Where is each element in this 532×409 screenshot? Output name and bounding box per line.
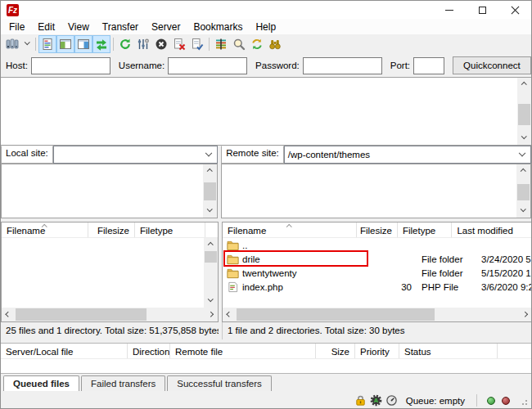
queue-status-text: Queue: empty: [406, 396, 465, 406]
tab-successful-transfers[interactable]: Successful transfers: [167, 375, 272, 391]
menu-transfer[interactable]: Transfer: [96, 20, 145, 34]
file-name: twentytwenty: [242, 268, 296, 278]
username-input[interactable]: [168, 57, 247, 74]
scroll-down-icon[interactable]: [204, 295, 218, 308]
folder-icon: [227, 267, 239, 279]
column-header-size[interactable]: Size: [316, 344, 355, 358]
cancel-button[interactable]: [152, 35, 170, 53]
file-name: drile: [242, 254, 260, 264]
site-panes: Local site: Remote site: /wp-content/th: [1, 146, 531, 218]
column-header-server-local-file[interactable]: Server/Local file: [1, 344, 128, 358]
column-header-filename[interactable]: Filename: [2, 222, 88, 237]
column-header-remote-file[interactable]: Remote file: [170, 344, 316, 358]
toggle-transfer-queue-button[interactable]: [92, 35, 110, 53]
scrollbar-thumb[interactable]: [204, 182, 216, 200]
column-header-filesize[interactable]: Filesize: [88, 222, 135, 237]
local-list-body[interactable]: [2, 238, 218, 308]
scrollbar-thumb[interactable]: [518, 104, 530, 125]
queue-body[interactable]: [1, 359, 531, 373]
menu-edit[interactable]: Edit: [31, 20, 61, 34]
scroll-up-icon[interactable]: [204, 238, 218, 250]
toggle-remote-tree-button[interactable]: [74, 35, 92, 53]
green-indicator-icon: [487, 397, 495, 405]
scroll-down-icon[interactable]: [203, 205, 217, 218]
scroll-up-icon[interactable]: [203, 164, 217, 177]
remote-tree-view[interactable]: [221, 164, 531, 218]
process-queue-button[interactable]: [134, 35, 152, 53]
minimize-button[interactable]: [433, 1, 466, 19]
scroll-left-icon[interactable]: [223, 308, 237, 321]
scroll-up-icon[interactable]: [517, 78, 531, 90]
scroll-down-icon[interactable]: [517, 133, 531, 145]
reconnect-button[interactable]: [188, 35, 206, 53]
scrollbar-thumb[interactable]: [16, 308, 147, 321]
speed-gauge-icon: [385, 394, 398, 407]
scrollbar-thumb[interactable]: [205, 251, 217, 263]
scrollbar-thumb[interactable]: [237, 308, 435, 321]
status-bar: A Queue: empty: [1, 391, 531, 409]
column-header-filesize[interactable]: Filesize: [357, 222, 398, 237]
message-log-scrollbar[interactable]: [517, 78, 531, 145]
tab-queued-files[interactable]: Queued files: [3, 375, 79, 391]
menu-server[interactable]: Server: [145, 20, 187, 34]
remote-site-combobox[interactable]: /wp-content/themes: [284, 146, 531, 164]
close-button[interactable]: [498, 1, 531, 19]
column-header-direction[interactable]: Direction: [128, 344, 170, 358]
menu-file[interactable]: File: [2, 20, 31, 34]
column-header-filename[interactable]: Filename: [223, 222, 357, 237]
chevron-down-icon: [205, 150, 212, 156]
toggle-message-log-button[interactable]: [38, 35, 56, 53]
toggle-message-log-icon: [41, 38, 54, 51]
local-horizontal-scrollbar[interactable]: [2, 308, 218, 321]
quickconnect-button[interactable]: Quickconnect: [453, 56, 531, 74]
maximize-button[interactable]: [466, 1, 498, 19]
filter-button[interactable]: [212, 35, 230, 53]
site-manager-button[interactable]: [3, 35, 21, 53]
column-header-last-modified[interactable]: Last modified: [452, 222, 532, 237]
column-header-priority[interactable]: Priority: [355, 344, 399, 358]
queue-header: Server/Local fileDirectionRemote fileSiz…: [1, 343, 531, 359]
scroll-down-icon[interactable]: [516, 205, 530, 218]
file-row--[interactable]: ..: [223, 238, 532, 252]
message-log[interactable]: [1, 77, 531, 146]
tab-failed-transfers[interactable]: Failed transfers: [81, 375, 165, 391]
synchronized-browsing-button[interactable]: [248, 35, 266, 53]
refresh-button[interactable]: [116, 35, 134, 53]
folder-icon: [227, 240, 239, 251]
remote-tree-scrollbar[interactable]: [516, 164, 530, 218]
column-header-status[interactable]: Status: [399, 344, 498, 358]
password-input[interactable]: [303, 57, 382, 74]
menu-view[interactable]: View: [61, 20, 96, 34]
menu-bookmarks[interactable]: Bookmarks: [187, 20, 249, 34]
filter-icon: [214, 38, 228, 51]
app-logo-icon: Fz: [7, 4, 19, 16]
resize-grip[interactable]: [518, 396, 528, 406]
disconnect-button[interactable]: [170, 35, 188, 53]
site-manager-dropdown-button[interactable]: [21, 35, 33, 53]
menu-help[interactable]: Help: [249, 20, 282, 34]
scroll-left-icon[interactable]: [2, 308, 16, 321]
remote-list-body[interactable]: ..drileFile folder3/24/2020 5:0twentytwe…: [223, 238, 532, 308]
scrollbar-thumb[interactable]: [517, 184, 530, 200]
remote-horizontal-scrollbar[interactable]: [223, 308, 532, 321]
file-row-twentytwenty[interactable]: twentytwentyFile folder5/15/2020 12:: [223, 266, 532, 280]
remote-site-path: /wp-content/themes: [288, 150, 370, 160]
column-header-filetype[interactable]: Filetype: [398, 222, 452, 237]
file-row-drile[interactable]: drileFile folder3/24/2020 5:0: [223, 252, 532, 266]
local-site-combobox[interactable]: [53, 146, 218, 164]
cancel-icon: [155, 38, 168, 51]
column-header-filetype[interactable]: Filetype: [135, 222, 205, 237]
port-input[interactable]: [413, 57, 444, 74]
scroll-up-icon[interactable]: [516, 164, 530, 177]
toggle-local-tree-button[interactable]: [56, 35, 74, 53]
local-list-scrollbar[interactable]: [204, 238, 218, 308]
host-input[interactable]: [31, 57, 110, 74]
file-type: PHP File: [417, 282, 476, 292]
compare-directories-button[interactable]: [230, 35, 248, 53]
file-row-index-php[interactable]: index.php30PHP File3/6/2020 9:23: [223, 280, 532, 294]
local-tree-scrollbar[interactable]: [203, 164, 217, 218]
local-tree-view[interactable]: [1, 164, 218, 218]
scroll-right-icon[interactable]: [204, 308, 218, 321]
find-files-button[interactable]: [266, 35, 284, 53]
scroll-right-icon[interactable]: [518, 308, 532, 321]
